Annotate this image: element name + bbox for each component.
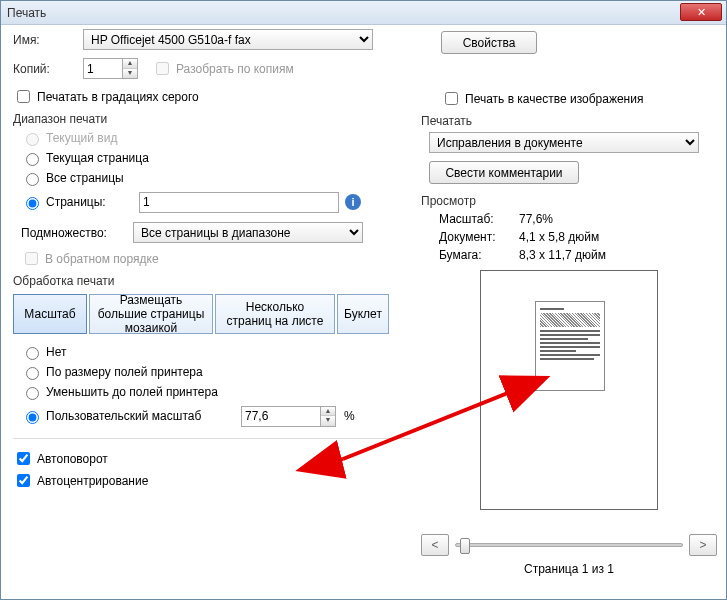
percent-label: % [344, 409, 355, 423]
radio-scale-custom[interactable]: Пользовательский масштаб [21, 408, 241, 424]
subset-select[interactable]: Все страницы в диапазоне [133, 222, 363, 243]
radio-scale-fit[interactable]: По размеру полей принтера [21, 364, 411, 380]
radio-pages[interactable]: Страницы: [21, 194, 139, 210]
zoom-label: Масштаб: [439, 212, 519, 226]
close-button[interactable]: ✕ [680, 3, 722, 21]
radio-current-view: Текущий вид [21, 130, 411, 146]
copies-input[interactable] [83, 58, 123, 79]
printer-select[interactable]: HP Officejet 4500 G510a-f fax [83, 29, 373, 50]
paper-label: Бумага: [439, 248, 519, 262]
prev-page-button[interactable]: < [421, 534, 449, 556]
preview-page [535, 301, 605, 391]
tab-multi[interactable]: Несколько страниц на листе [215, 294, 335, 334]
tab-booklet[interactable]: Буклет [337, 294, 389, 334]
print-what-select[interactable]: Исправления в документе [429, 132, 699, 153]
left-panel: Имя: HP Officejet 4500 G510a-f fax Копий… [13, 29, 411, 493]
preview-frame [480, 270, 658, 510]
subset-label: Подмножество: [21, 226, 133, 240]
radio-scale-shrink[interactable]: Уменьшить до полей принтера [21, 384, 411, 400]
range-title: Диапазон печати [13, 112, 411, 126]
collate-checkbox: Разобрать по копиям [152, 59, 294, 78]
info-icon[interactable]: i [345, 194, 361, 210]
doc-value: 4,1 x 5,8 дюйм [519, 230, 717, 244]
custom-scale-input[interactable] [241, 406, 321, 427]
page-slider[interactable] [455, 543, 683, 547]
autocenter-checkbox[interactable]: Автоцентрирование [13, 471, 411, 490]
titlebar: Печать ✕ [1, 1, 726, 25]
name-label: Имя: [13, 33, 83, 47]
tab-tile[interactable]: Размещать большие страницы мозаикой [89, 294, 213, 334]
properties-button[interactable]: Свойства [441, 31, 537, 54]
window-title: Печать [7, 6, 46, 20]
print-as-image-checkbox[interactable]: Печать в качестве изображения [441, 89, 717, 108]
preview-title: Просмотр [421, 194, 717, 208]
radio-scale-none[interactable]: Нет [21, 344, 411, 360]
copies-spinner[interactable]: ▲▼ [123, 58, 138, 79]
print-dialog: Печать ✕ Имя: HP Officejet 4500 G510a-f … [0, 0, 727, 600]
handling-title: Обработка печати [13, 274, 411, 288]
autorotate-checkbox[interactable]: Автоповорот [13, 449, 411, 468]
scale-spinner[interactable]: ▲▼ [321, 406, 336, 427]
next-page-button[interactable]: > [689, 534, 717, 556]
zoom-value: 77,6% [519, 212, 717, 226]
pages-input[interactable] [139, 192, 339, 213]
flatten-button[interactable]: Свести комментарии [429, 161, 579, 184]
copies-label: Копий: [13, 62, 83, 76]
grayscale-checkbox[interactable]: Печатать в градациях серого [13, 87, 411, 106]
radio-all-pages[interactable]: Все страницы [21, 170, 411, 186]
tab-scale[interactable]: Масштаб [13, 294, 87, 334]
slider-thumb[interactable] [460, 538, 470, 554]
right-panel: Свойства Печать в качестве изображения П… [421, 29, 717, 576]
doc-label: Документ: [439, 230, 519, 244]
page-indicator: Страница 1 из 1 [421, 562, 717, 576]
radio-current-page[interactable]: Текущая страница [21, 150, 411, 166]
reverse-checkbox: В обратном порядке [21, 249, 411, 268]
print-what-title: Печатать [421, 114, 717, 128]
paper-value: 8,3 x 11,7 дюйм [519, 248, 717, 262]
